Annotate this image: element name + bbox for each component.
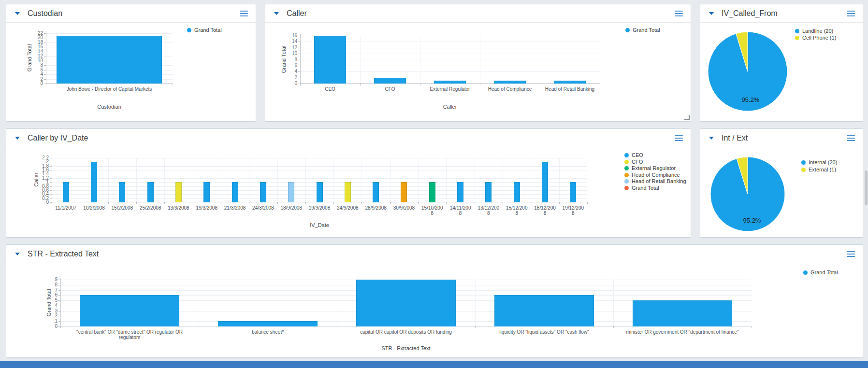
chart-int-ext: Internal (20)External (1)95.2%: [700, 147, 863, 237]
bar-15-12-2008[interactable]: [514, 182, 520, 202]
x-tick-mark: [80, 202, 80, 204]
x-tick-mark: [277, 202, 278, 204]
y-tick-mark: [44, 79, 46, 80]
legend-label: Grand Total: [633, 28, 660, 33]
legend-item-grand-total[interactable]: Grand Total: [624, 185, 686, 192]
gridline: [390, 158, 391, 202]
gridline: [108, 158, 109, 202]
bar-18-9-2008[interactable]: [288, 182, 294, 202]
y-tick-mark: [44, 42, 46, 43]
menu-icon[interactable]: [239, 10, 249, 17]
bar-13-12-2008[interactable]: [485, 182, 492, 202]
legend-item-internal-20[interactable]: Internal (20): [801, 159, 837, 166]
bar-13-3-2008[interactable]: [175, 182, 182, 202]
gridline: [305, 158, 306, 202]
bar-balance-sheet[interactable]: [218, 321, 318, 326]
collapse-caret-icon[interactable]: [709, 137, 714, 140]
bar-30-9-2008[interactable]: [401, 182, 407, 202]
gridline: [52, 178, 587, 179]
gridline: [480, 36, 480, 84]
y-tick-mark: [44, 70, 46, 71]
x-category-label: 10/2/2008: [82, 205, 105, 211]
bar-cfo[interactable]: [374, 78, 406, 84]
bar-21-3-2008[interactable]: [232, 182, 238, 202]
bar-19-3-2008[interactable]: [203, 182, 210, 202]
chart-custodian: Grand Total0246810121416182022John Bowe …: [6, 23, 256, 121]
legend-item-grand-total[interactable]: Grand Total: [803, 269, 838, 276]
legend-item-landline-20[interactable]: Landline (20): [795, 28, 836, 34]
y-axis-title: Caller: [33, 151, 39, 209]
legend-item-cell-phone-1[interactable]: Cell Phone (1): [795, 34, 836, 41]
bar-11-1-2007[interactable]: [63, 182, 69, 202]
menu-icon[interactable]: [846, 10, 856, 17]
legend-item-grand-total[interactable]: Grand Total: [187, 27, 222, 33]
bar-24-3-2008[interactable]: [260, 182, 266, 202]
x-category-label: "central bank" OR "dame street" OR regul…: [67, 329, 192, 340]
gridline: [360, 36, 361, 84]
x-tick-mark: [46, 84, 46, 85]
panel-caller-header: Caller: [265, 4, 691, 23]
bar-ceo[interactable]: [314, 36, 346, 84]
bar-capital-or-capitol-or-deposits-or-funding[interactable]: [356, 280, 456, 326]
x-category-label: 28/9/2008: [364, 205, 388, 211]
bar-head-of-retail-banking[interactable]: [554, 81, 586, 84]
x-tick-mark: [600, 84, 600, 85]
bar-head-of-compliance[interactable]: [494, 81, 526, 84]
gridline: [221, 158, 221, 202]
menu-icon[interactable]: [846, 250, 856, 258]
panel-title: Custodian: [28, 9, 62, 18]
bar-10-2-2008[interactable]: [91, 162, 97, 202]
bar-28-9-2008[interactable]: [373, 182, 379, 202]
bar-15-10-2008[interactable]: [429, 182, 435, 202]
legend-item-cfo[interactable]: CFO: [624, 159, 686, 166]
x-axis-title: Caller: [300, 104, 600, 110]
collapse-caret-icon[interactable]: [709, 12, 714, 15]
legend-item-external-regulator[interactable]: External Regulator: [624, 165, 686, 172]
x-category-label: Head of Compliance: [478, 86, 542, 92]
panel-caller-by-date: Caller by IV_Date CEOCFOExternal Regulat…: [6, 128, 691, 238]
x-tick-mark: [587, 202, 588, 204]
bar-19-9-2008[interactable]: [317, 182, 323, 202]
menu-icon[interactable]: [674, 10, 684, 17]
panel-int-ext-header: Int / Ext: [700, 129, 863, 147]
menu-icon[interactable]: [846, 134, 856, 142]
collapse-caret-icon[interactable]: [15, 12, 20, 15]
y-tick-mark: [298, 36, 300, 36]
bar-24-9-2008[interactable]: [345, 182, 351, 202]
scrollbar-thumb[interactable]: [865, 170, 868, 205]
bar-15-2-2008[interactable]: [119, 182, 125, 202]
x-tick-mark: [540, 84, 540, 85]
collapse-caret-icon[interactable]: [15, 253, 20, 255]
y-tick-mark: [58, 285, 60, 285]
bar-liquidity-or-liquid-assets-or-cash-flow[interactable]: [494, 295, 594, 326]
resize-handle[interactable]: [684, 115, 690, 120]
legend-item-head-of-retail-banking[interactable]: Head of Retail Banking: [624, 178, 686, 185]
legend-item-ceo[interactable]: CEO: [624, 152, 686, 159]
gridline: [503, 158, 503, 202]
bar-25-2-2008[interactable]: [147, 182, 154, 202]
legend-item-external-1[interactable]: External (1): [801, 166, 837, 173]
bar-john-bowe-director-of-capital-markets[interactable]: [57, 36, 162, 84]
bar-external-regulator[interactable]: [434, 81, 466, 84]
panel-caller-body: Grand Total0246810121416CEOCFOExternal R…: [265, 23, 691, 121]
footer-bar: [0, 361, 868, 368]
panel-iv-called-from: IV_Called_From Landline (20)Cell Phone (…: [700, 4, 863, 122]
bar-19-12-2008[interactable]: [570, 182, 576, 202]
y-tick-mark: [50, 178, 52, 179]
collapse-caret-icon[interactable]: [274, 12, 279, 15]
x-category-label: 30/9/2008: [392, 205, 416, 211]
menu-icon[interactable]: [674, 134, 684, 142]
legend-label: Grand Total: [194, 28, 222, 33]
y-axis-line: [52, 156, 52, 202]
bar-central-bank-or-dame-street-or-regulator-or-regulators[interactable]: [80, 295, 179, 326]
bar-minister-or-government-or-department-of-finance[interactable]: [633, 300, 732, 326]
x-category-label: 25/2/2008: [139, 205, 162, 211]
legend-item-grand-total[interactable]: Grand Total: [625, 27, 660, 33]
legend-item-head-of-compliance[interactable]: Head of Compliance: [624, 172, 686, 179]
x-category-label: 14/11/2008: [449, 205, 472, 216]
panel-iv-called-from-header: IV_Called_From: [700, 4, 863, 23]
plot-area: [300, 36, 600, 84]
bar-14-11-2008[interactable]: [457, 182, 463, 202]
bar-18-12-2008[interactable]: [542, 162, 548, 202]
collapse-caret-icon[interactable]: [15, 137, 20, 140]
